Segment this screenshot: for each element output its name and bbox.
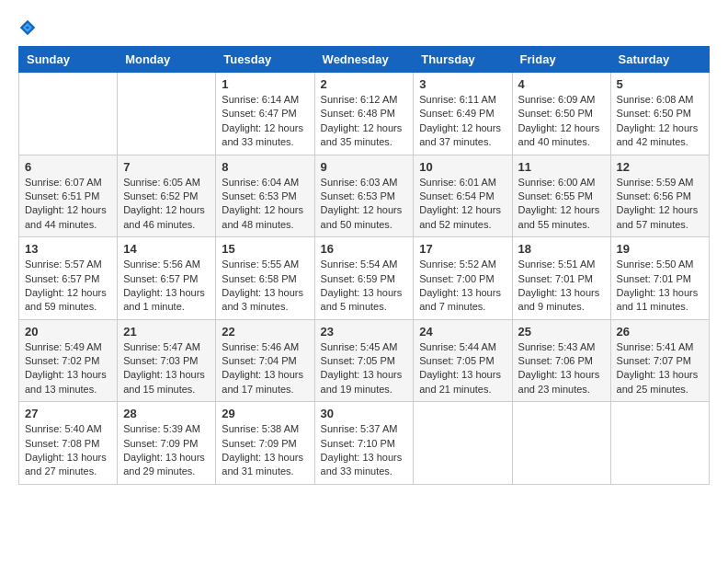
sunrise-text: Sunrise: 6:05 AM [123,177,200,188]
day-number: 14 [123,242,210,256]
cell-info: Sunrise: 5:59 AMSunset: 6:56 PMDaylight:… [617,176,703,233]
daylight-text: Daylight: 12 hours and 59 minutes. [25,287,107,312]
cell-info: Sunrise: 6:08 AMSunset: 6:50 PMDaylight:… [617,93,703,150]
day-number: 17 [419,242,506,256]
calendar-week-row: 1Sunrise: 6:14 AMSunset: 6:47 PMDaylight… [19,73,710,155]
daylight-text: Daylight: 12 hours and 46 minutes. [123,204,205,229]
calendar-cell: 5Sunrise: 6:08 AMSunset: 6:50 PMDaylight… [610,73,709,155]
daylight-text: Daylight: 13 hours and 13 minutes. [25,369,107,394]
calendar-cell: 20Sunrise: 5:49 AMSunset: 7:02 PMDayligh… [19,319,118,402]
day-number: 10 [419,160,506,174]
calendar-cell: 19Sunrise: 5:50 AMSunset: 7:01 PMDayligh… [610,237,709,320]
calendar-cell [118,73,216,155]
day-number: 23 [321,325,408,339]
cell-info: Sunrise: 6:03 AMSunset: 6:53 PMDaylight:… [321,176,408,233]
sunrise-text: Sunrise: 6:03 AM [321,177,398,188]
daylight-text: Daylight: 13 hours and 5 minutes. [321,287,403,312]
daylight-text: Daylight: 13 hours and 15 minutes. [123,369,205,394]
sunrise-text: Sunrise: 6:07 AM [25,177,102,188]
daylight-text: Daylight: 13 hours and 7 minutes. [419,287,501,312]
sunset-text: Sunset: 6:53 PM [222,190,296,201]
calendar-cell: 9Sunrise: 6:03 AMSunset: 6:53 PMDaylight… [314,155,414,237]
calendar-week-row: 27Sunrise: 5:40 AMSunset: 7:08 PMDayligh… [19,402,710,485]
sunset-text: Sunset: 6:57 PM [123,273,198,284]
cell-info: Sunrise: 5:56 AMSunset: 6:57 PMDaylight:… [123,258,210,315]
day-number: 11 [518,160,605,174]
weekday-header: Friday [512,47,610,73]
calendar-cell [610,402,709,485]
calendar-cell: 10Sunrise: 6:01 AMSunset: 6:54 PMDayligh… [414,155,512,237]
sunset-text: Sunset: 6:51 PM [25,190,99,201]
cell-info: Sunrise: 6:11 AMSunset: 6:49 PMDaylight:… [419,93,506,150]
daylight-text: Daylight: 13 hours and 17 minutes. [222,369,303,394]
logo-icon [18,18,37,37]
calendar-cell: 21Sunrise: 5:47 AMSunset: 7:03 PMDayligh… [118,319,216,402]
sunrise-text: Sunrise: 6:09 AM [518,94,596,105]
cell-info: Sunrise: 5:49 AMSunset: 7:02 PMDaylight:… [25,340,111,397]
daylight-text: Daylight: 12 hours and 35 minutes. [321,122,403,147]
sunrise-text: Sunrise: 5:49 AM [25,341,102,352]
calendar-cell: 8Sunrise: 6:04 AMSunset: 6:53 PMDaylight… [216,155,314,237]
cell-info: Sunrise: 5:54 AMSunset: 6:59 PMDaylight:… [321,258,408,315]
weekday-header: Tuesday [216,47,314,73]
cell-info: Sunrise: 6:14 AMSunset: 6:47 PMDaylight:… [222,93,308,150]
calendar-cell: 27Sunrise: 5:40 AMSunset: 7:08 PMDayligh… [19,402,118,485]
sunset-text: Sunset: 7:08 PM [25,438,99,449]
day-number: 3 [419,77,506,91]
day-number: 6 [25,160,111,174]
calendar-cell: 25Sunrise: 5:43 AMSunset: 7:06 PMDayligh… [512,319,610,402]
cell-info: Sunrise: 6:04 AMSunset: 6:53 PMDaylight:… [222,176,308,233]
cell-info: Sunrise: 6:01 AMSunset: 6:54 PMDaylight:… [419,176,506,233]
sunrise-text: Sunrise: 5:59 AM [617,177,694,188]
day-number: 22 [222,325,308,339]
calendar-cell: 1Sunrise: 6:14 AMSunset: 6:47 PMDaylight… [216,73,314,155]
sunrise-text: Sunrise: 5:57 AM [25,259,102,270]
day-number: 12 [617,160,703,174]
calendar-cell: 11Sunrise: 6:00 AMSunset: 6:55 PMDayligh… [512,155,610,237]
sunrise-text: Sunrise: 5:56 AM [123,259,200,270]
weekday-header: Thursday [414,47,512,73]
daylight-text: Daylight: 13 hours and 27 minutes. [25,452,107,477]
sunrise-text: Sunrise: 5:46 AM [222,341,299,352]
cell-info: Sunrise: 5:45 AMSunset: 7:05 PMDaylight:… [321,340,408,397]
sunrise-text: Sunrise: 5:44 AM [419,341,496,352]
sunrise-text: Sunrise: 6:11 AM [419,94,496,105]
sunset-text: Sunset: 7:05 PM [419,355,494,366]
daylight-text: Daylight: 13 hours and 19 minutes. [321,369,403,394]
sunset-text: Sunset: 7:07 PM [617,355,691,366]
sunset-text: Sunset: 6:58 PM [222,273,296,284]
logo [18,18,40,37]
cell-info: Sunrise: 5:40 AMSunset: 7:08 PMDaylight:… [25,422,111,479]
sunrise-text: Sunrise: 5:47 AM [123,341,200,352]
day-number: 19 [617,242,703,256]
day-number: 25 [518,325,605,339]
sunset-text: Sunset: 7:05 PM [321,355,395,366]
calendar-cell: 13Sunrise: 5:57 AMSunset: 6:57 PMDayligh… [19,237,118,320]
weekday-header: Sunday [19,47,118,73]
sunrise-text: Sunrise: 5:50 AM [617,259,694,270]
page-header [18,18,710,37]
sunset-text: Sunset: 6:53 PM [321,190,395,201]
sunrise-text: Sunrise: 5:52 AM [419,259,496,270]
sunset-text: Sunset: 6:56 PM [617,190,691,201]
cell-info: Sunrise: 5:37 AMSunset: 7:10 PMDaylight:… [321,422,408,479]
calendar-cell: 12Sunrise: 5:59 AMSunset: 6:56 PMDayligh… [610,155,709,237]
calendar-cell: 15Sunrise: 5:55 AMSunset: 6:58 PMDayligh… [216,237,314,320]
calendar-week-row: 20Sunrise: 5:49 AMSunset: 7:02 PMDayligh… [19,319,710,402]
sunrise-text: Sunrise: 6:08 AM [617,94,694,105]
daylight-text: Daylight: 13 hours and 1 minute. [123,287,205,312]
day-number: 20 [25,325,111,339]
cell-info: Sunrise: 6:05 AMSunset: 6:52 PMDaylight:… [123,176,210,233]
daylight-text: Daylight: 12 hours and 40 minutes. [518,122,600,147]
day-number: 1 [222,77,308,91]
sunrise-text: Sunrise: 5:54 AM [321,259,398,270]
sunset-text: Sunset: 6:52 PM [123,190,198,201]
calendar-cell: 14Sunrise: 5:56 AMSunset: 6:57 PMDayligh… [118,237,216,320]
day-number: 5 [617,77,703,91]
daylight-text: Daylight: 12 hours and 50 minutes. [321,204,403,229]
day-number: 24 [419,325,506,339]
sunrise-text: Sunrise: 5:45 AM [321,341,398,352]
sunset-text: Sunset: 7:01 PM [617,273,691,284]
sunrise-text: Sunrise: 6:04 AM [222,177,299,188]
calendar-week-row: 13Sunrise: 5:57 AMSunset: 6:57 PMDayligh… [19,237,710,320]
